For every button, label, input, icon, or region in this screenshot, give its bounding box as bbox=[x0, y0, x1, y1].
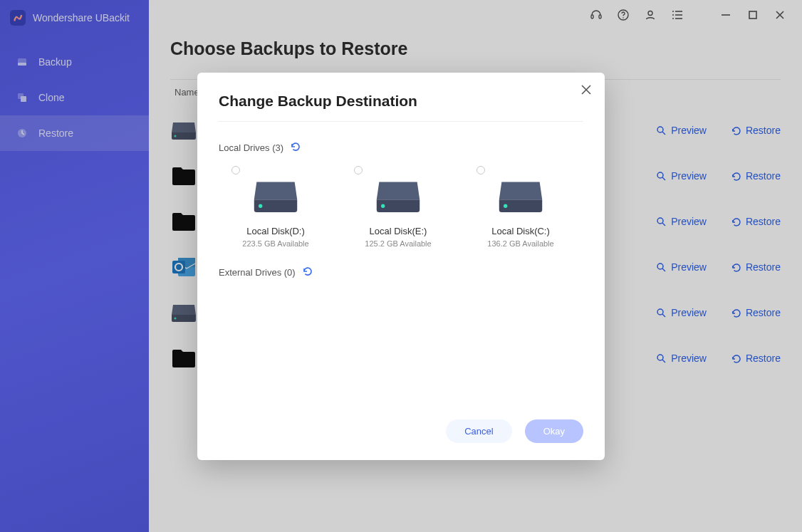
drive-name: Local Disk(D:) bbox=[219, 226, 333, 236]
cancel-button[interactable]: Cancel bbox=[446, 419, 511, 443]
external-drives-label: External Drives (0) bbox=[219, 266, 583, 278]
local-drives-text: Local Drives (3) bbox=[219, 142, 283, 153]
hdd-icon bbox=[375, 177, 421, 214]
modal-close-button[interactable] bbox=[580, 84, 592, 98]
change-destination-modal: Change Backup Destination Local Drives (… bbox=[197, 73, 605, 460]
drive-name: Local Disk(C:) bbox=[464, 226, 578, 236]
radio-icon[interactable] bbox=[231, 166, 240, 174]
hdd-icon bbox=[498, 177, 543, 214]
drive-option[interactable]: Local Disk(D:)223.5 GB Available bbox=[219, 166, 333, 248]
drive-available: 223.5 GB Available bbox=[219, 239, 333, 248]
local-drives-label: Local Drives (3) bbox=[219, 142, 583, 153]
drive-available: 125.2 GB Available bbox=[341, 239, 455, 248]
drive-grid: Local Disk(D:)223.5 GB AvailableLocal Di… bbox=[219, 166, 583, 248]
drive-option[interactable]: Local Disk(E:)125.2 GB Available bbox=[341, 166, 455, 248]
external-drives-text: External Drives (0) bbox=[219, 267, 296, 278]
radio-icon[interactable] bbox=[354, 166, 363, 174]
okay-button[interactable]: Okay bbox=[525, 419, 583, 443]
radio-icon[interactable] bbox=[476, 166, 485, 174]
hdd-icon bbox=[253, 177, 298, 214]
drive-option[interactable]: Local Disk(C:)136.2 GB Available bbox=[464, 166, 578, 248]
modal-title: Change Backup Destination bbox=[219, 93, 583, 122]
refresh-external-icon[interactable] bbox=[303, 266, 312, 278]
drive-available: 136.2 GB Available bbox=[464, 239, 578, 248]
modal-overlay: Change Backup Destination Local Drives (… bbox=[0, 0, 802, 532]
drive-name: Local Disk(E:) bbox=[341, 226, 455, 236]
refresh-local-icon[interactable] bbox=[291, 142, 300, 153]
